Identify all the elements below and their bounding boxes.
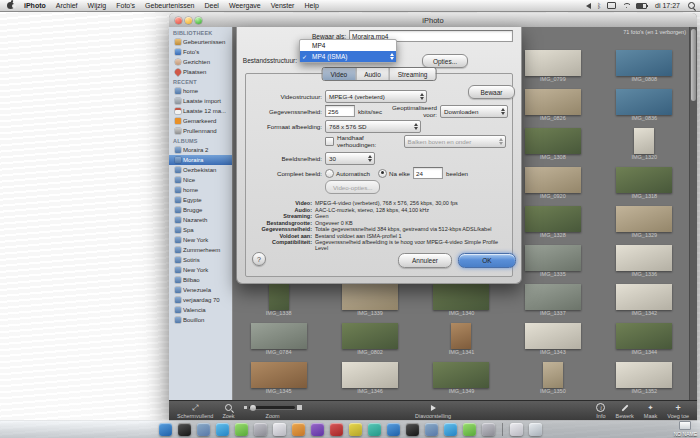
photo-thumbnail[interactable] <box>525 245 581 271</box>
sidebar-item-valencia[interactable]: Valencia <box>169 305 232 315</box>
dock-icon-dashboard[interactable] <box>178 423 191 436</box>
optimized-dropdown[interactable]: Downloaden <box>440 105 508 118</box>
dock-icon-imovie[interactable] <box>349 423 362 436</box>
close-button[interactable] <box>175 17 182 24</box>
search-button[interactable]: Zoek <box>222 404 234 419</box>
sidebar-item-nice[interactable]: Nice <box>169 175 232 185</box>
spotlight-icon[interactable] <box>688 1 695 10</box>
menubar-item-iphoto[interactable]: iPhoto <box>19 0 51 11</box>
sidebar-item-laatste-12-ma-[interactable]: Laatste 12 ma... <box>169 106 232 116</box>
photo-thumbnail[interactable] <box>616 284 672 310</box>
sidebar-item-verjaardag-70[interactable]: verjaardag 70 <box>169 295 232 305</box>
sidebar-item-new-york[interactable]: New York <box>169 265 232 275</box>
cancel-button[interactable]: Annuleer <box>398 253 452 268</box>
sidebar-item-gezichten[interactable]: Gezichten <box>169 57 232 67</box>
sidebar-item-new-york[interactable]: New York <box>169 235 232 245</box>
menubar-item-foto-s[interactable]: Foto's <box>111 0 140 11</box>
scrollbar[interactable] <box>689 27 697 401</box>
sidebar-item-home[interactable]: home <box>169 185 232 195</box>
dock-icon-numbers[interactable] <box>425 423 438 436</box>
menubar-item-help[interactable]: Help <box>299 0 323 11</box>
menubar-item-gebeurtenissen[interactable]: Gebeurtenissen <box>140 0 199 11</box>
dock-icon-safari[interactable] <box>216 423 229 436</box>
photo-thumbnail[interactable] <box>269 284 289 310</box>
photo-thumbnail[interactable] <box>525 323 581 349</box>
photo-thumbnail[interactable] <box>342 362 398 388</box>
photo-thumbnail[interactable] <box>525 167 581 193</box>
keyframe-every-radio[interactable] <box>378 169 387 178</box>
photo-thumbnail[interactable] <box>251 323 307 349</box>
sidebar-item-nazareth[interactable]: Nazareth <box>169 215 232 225</box>
photo-thumbnail[interactable] <box>616 206 672 232</box>
photo-thumbnail[interactable] <box>525 206 581 232</box>
photo-thumbnail[interactable] <box>525 50 581 76</box>
menubar-clock[interactable]: di 17:27 <box>653 2 682 9</box>
create-button[interactable]: ✦ Maak <box>644 404 657 419</box>
sidebar-item-sotiris[interactable]: Sotiris <box>169 255 232 265</box>
dock-icon-pages[interactable] <box>406 423 419 436</box>
keyframe-auto-radio[interactable] <box>325 169 334 178</box>
add-button[interactable]: + Voeg toe <box>667 404 689 419</box>
dock-icon-iweb[interactable] <box>387 423 400 436</box>
sidebar-item-spa[interactable]: Spa <box>169 225 232 235</box>
framerate-dropdown[interactable]: 30 <box>325 152 375 165</box>
scrollbar-thumb[interactable] <box>691 29 696 101</box>
photo-thumbnail[interactable] <box>525 284 581 310</box>
dock-icon-system-preferences[interactable] <box>463 423 476 436</box>
dock-icon-terminal[interactable] <box>482 423 495 436</box>
dock-icon-downloads-stack[interactable] <box>510 423 523 436</box>
fullscreen-button[interactable]: ⤢ Schermvullend <box>177 404 213 419</box>
dock-icon-trash[interactable] <box>529 423 542 436</box>
menu-item-mp4-isma[interactable]: ✓ MP4 (ISMA) <box>300 51 396 62</box>
titlebar[interactable]: iPhoto <box>169 13 697 28</box>
tab-video[interactable]: Video <box>323 68 356 80</box>
tab-audio[interactable]: Audio <box>355 68 389 80</box>
dock-icon-finder[interactable] <box>159 423 172 436</box>
dock-icon-itunes[interactable] <box>311 423 324 436</box>
sidebar-item-bouillon[interactable]: Bouillon <box>169 315 232 325</box>
bluetooth-icon[interactable]: ᛒ <box>597 1 601 10</box>
photo-thumbnail[interactable] <box>525 89 581 115</box>
dock-icon-ichat[interactable] <box>235 423 248 436</box>
menubar-item-weergave[interactable]: Weergave <box>224 0 266 11</box>
slideshow-button[interactable]: Diavoorstelling <box>415 404 451 419</box>
edit-button[interactable]: Bewerk <box>615 404 633 419</box>
image-size-dropdown[interactable]: 768 x 576 SD <box>325 120 421 133</box>
apple-menu-icon[interactable] <box>7 2 14 9</box>
photo-thumbnail[interactable] <box>616 50 672 76</box>
dock-icon-ical[interactable] <box>273 423 286 436</box>
battery-icon[interactable] <box>636 1 647 10</box>
sidebar-item-brugge[interactable]: Brugge <box>169 205 232 215</box>
dock-icon-garageband[interactable] <box>368 423 381 436</box>
zoom-control[interactable]: Zoom <box>244 404 302 419</box>
sidebar-item-prullenmand[interactable]: Prullenmand <box>169 126 232 136</box>
zoom-slider-knob[interactable] <box>250 405 256 411</box>
sidebar-item-venezuela[interactable]: Venezuela <box>169 285 232 295</box>
sidebar-item-moraira-2[interactable]: Moraira 2 <box>169 145 232 155</box>
minimize-button[interactable] <box>185 17 192 24</box>
sidebar-item-zummerheem[interactable]: Zummerheem <box>169 245 232 255</box>
aspect-mode-dropdown[interactable]: Balken boven en onder <box>404 135 506 148</box>
photo-thumbnail[interactable] <box>543 362 563 388</box>
menu-item-mp4[interactable]: MP4 <box>300 40 396 51</box>
photo-thumbnail[interactable] <box>342 323 398 349</box>
photo-thumbnail[interactable] <box>433 362 489 388</box>
help-button[interactable]: ? <box>252 252 266 266</box>
photo-thumbnail[interactable] <box>525 128 581 154</box>
photo-thumbnail[interactable] <box>616 323 672 349</box>
photo-thumbnail[interactable] <box>433 284 489 310</box>
sidebar-item-egypte[interactable]: Egypte <box>169 195 232 205</box>
sidebar-item-bilbao[interactable]: Bilbao <box>169 275 232 285</box>
photo-thumbnail[interactable] <box>342 284 398 310</box>
ok-button[interactable]: OK <box>458 253 516 268</box>
datarate-input[interactable]: 256 <box>325 105 355 117</box>
photo-thumbnail[interactable] <box>616 245 672 271</box>
dock-icon-keynote[interactable] <box>444 423 457 436</box>
preserve-aspect-checkbox[interactable] <box>325 137 334 146</box>
videostructuur-dropdown[interactable]: MPEG-4 (verbeterd) <box>325 90 427 103</box>
options-button[interactable]: Opties... <box>422 54 468 68</box>
keyframe-input[interactable]: 24 <box>413 167 443 179</box>
mounted-volume[interactable]: NO NAME <box>674 421 697 437</box>
dock-icon-address-book[interactable] <box>254 423 267 436</box>
sidebar-item-gemarkeerd[interactable]: Gemarkeerd <box>169 116 232 126</box>
